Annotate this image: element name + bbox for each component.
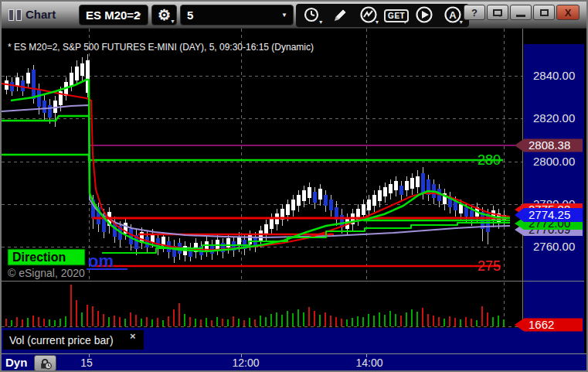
volume-bar xyxy=(119,317,121,326)
draw-tool-button[interactable] xyxy=(328,5,352,26)
volume-bar xyxy=(11,320,12,326)
svg-text:A: A xyxy=(449,9,457,21)
volume-bar xyxy=(222,319,223,326)
candle-up xyxy=(372,195,376,206)
minimize-button[interactable] xyxy=(510,5,532,20)
time-lock-button[interactable] xyxy=(34,355,56,371)
volume-bar xyxy=(38,317,39,326)
volume-bar xyxy=(157,318,158,326)
volume-bar xyxy=(303,312,304,326)
volume-bar xyxy=(130,312,131,326)
volume-bar xyxy=(498,316,499,326)
symbol-value: ES M20=2 xyxy=(86,9,140,22)
volume-bar xyxy=(59,319,61,326)
volume-bar xyxy=(49,319,50,326)
volume-bar xyxy=(195,319,196,326)
candle-down xyxy=(21,80,25,91)
toolbar-icon-strip: ▼ ▼ GET ▼ xyxy=(296,4,469,27)
time-axis-bar[interactable]: Dyn 1512:0014:00 xyxy=(2,353,586,370)
replay-button[interactable] xyxy=(413,5,437,26)
volume-bar xyxy=(211,320,212,326)
volume-bar xyxy=(384,315,386,326)
volume-bar xyxy=(308,307,310,326)
studies-button[interactable]: ▼ xyxy=(356,5,380,26)
get-data-button[interactable]: GET ▼ xyxy=(385,5,409,26)
candle-down xyxy=(37,90,41,107)
volume-bar xyxy=(357,316,359,326)
volume-bar xyxy=(65,316,66,326)
time-label: 15 xyxy=(80,357,93,369)
popout-button[interactable] xyxy=(487,5,508,20)
lock-clock-icon xyxy=(39,357,53,370)
volume-bar xyxy=(22,319,23,326)
volume-bar xyxy=(216,317,218,326)
close-button[interactable]: X xyxy=(556,5,580,20)
candle-down xyxy=(399,186,403,195)
time-tick xyxy=(241,354,242,357)
candle-down xyxy=(313,192,317,203)
candle-up xyxy=(416,176,420,187)
volume-bar xyxy=(319,315,321,326)
candle-up xyxy=(80,63,84,76)
chevron-down-icon: ▼ xyxy=(170,19,175,24)
interval-dropdown[interactable]: 5 ▼ xyxy=(180,5,294,26)
volume-pane-label: Vol (current price bar)× xyxy=(3,330,144,350)
candle-down xyxy=(421,173,425,193)
volume-bar xyxy=(411,309,413,326)
chart-canvas[interactable]: * ES M20=2, S&P 500 FUTURES E-MINI (DAY)… xyxy=(2,29,586,353)
symbol-settings-button[interactable]: ⚙ ▼ xyxy=(151,5,177,26)
dynamic-session-label: Dyn xyxy=(5,356,27,369)
chart-window: Chart ES M20=2 ▼ ⚙ ▼ 5 ▼ ▼ xyxy=(0,0,588,372)
volume-bar xyxy=(254,319,256,326)
chevron-down-icon: ▼ xyxy=(318,19,324,25)
help-button[interactable]: ? xyxy=(464,5,485,20)
volume-bar xyxy=(141,319,142,326)
price-axis[interactable] xyxy=(524,29,584,353)
volume-bar xyxy=(297,309,299,326)
candle-down xyxy=(48,105,52,118)
volume-bar xyxy=(16,317,18,326)
volume-bar xyxy=(492,317,494,326)
alerts-button[interactable]: A ▼ xyxy=(440,5,464,26)
copyright-text: © eSignal, 2020 xyxy=(8,267,85,279)
time-template-button[interactable]: ▼ xyxy=(301,5,325,26)
chevron-down-icon: ▼ xyxy=(458,19,464,25)
maximize-button[interactable] xyxy=(533,5,555,20)
volume-bar xyxy=(27,318,29,326)
volume-bar xyxy=(184,314,185,326)
volume-bar xyxy=(379,312,380,326)
chevron-down-icon: ▼ xyxy=(281,12,287,19)
volume-bar xyxy=(76,300,77,326)
candle-down xyxy=(32,70,36,99)
volume-bar xyxy=(449,316,450,326)
volume-bar xyxy=(162,320,164,326)
red-level-label: 275 xyxy=(478,258,501,274)
volume-label-text: Vol (current price bar) xyxy=(9,334,114,346)
candle-down xyxy=(329,200,333,210)
candle-up xyxy=(362,204,365,215)
volume-bar xyxy=(151,319,153,326)
candle-up xyxy=(259,230,263,241)
title-bar[interactable]: Chart ES M20=2 ▼ ⚙ ▼ 5 ▼ ▼ xyxy=(2,2,586,29)
chevron-down-icon: ▼ xyxy=(374,19,379,25)
symbol-dropdown[interactable]: ES M20=2 ▼ xyxy=(79,5,148,26)
volume-bar xyxy=(276,312,277,326)
candle-down xyxy=(42,101,46,113)
volume-bar xyxy=(146,317,148,326)
volume-bar xyxy=(444,319,445,326)
play-icon xyxy=(414,5,434,26)
volume-bar xyxy=(114,316,115,326)
volume-close-icon[interactable]: × xyxy=(130,330,136,342)
volume-bar xyxy=(54,320,56,326)
candle-down xyxy=(10,82,14,91)
volume-bar xyxy=(427,314,429,326)
volume-bar xyxy=(503,319,505,326)
volume-bar xyxy=(330,316,331,326)
volume-bar xyxy=(422,308,423,326)
volume-bar xyxy=(471,319,472,326)
candle-up xyxy=(26,73,30,84)
volume-bar xyxy=(103,314,104,326)
volume-bar xyxy=(481,306,483,326)
volume-bar xyxy=(476,320,478,326)
volume-bar xyxy=(173,309,175,326)
